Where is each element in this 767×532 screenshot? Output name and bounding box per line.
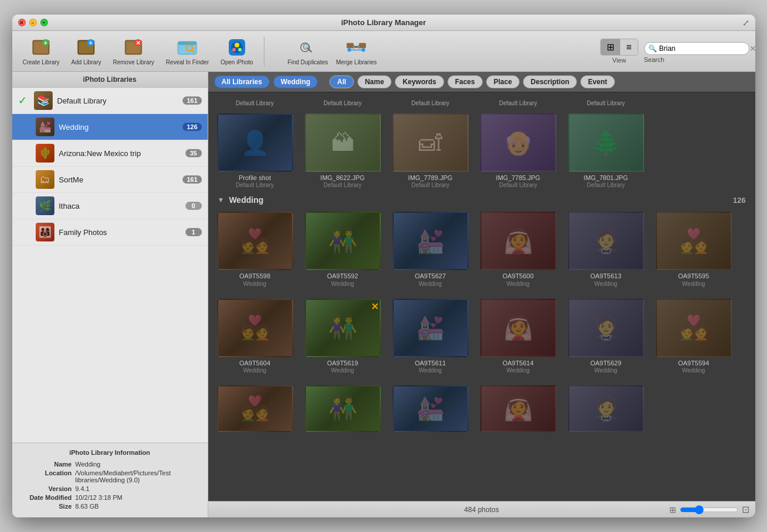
sidebar-item-default-library[interactable]: ✓ 📚 Default Library 161 (12, 88, 208, 114)
photo-img7801[interactable]: 🌲 IMG_7801.JPG Default Library (565, 113, 647, 188)
photo-oa9t5592[interactable]: 👫 OA9T5592 Wedding (302, 212, 384, 286)
photo-oa9t5611[interactable]: 💒 OA9T5611 Wedding (390, 299, 472, 374)
filter-event[interactable]: Event (580, 75, 615, 88)
create-library-icon: + (30, 37, 51, 58)
add-library-icon: + (75, 37, 97, 58)
library-info: iPhoto Library Information Name Wedding … (12, 443, 208, 517)
photo-oa9t5604[interactable]: 💑 OA9T5604 Wedding (214, 299, 296, 374)
grid-view-button[interactable]: ⊞ (601, 39, 620, 55)
expand-icon[interactable]: ⤢ (742, 18, 749, 27)
main-layout: iPhoto Libraries ✓ 📚 Default Library 161… (12, 72, 755, 517)
photo-oa9t5629[interactable]: 🤵 OA9T5629 Wedding (565, 299, 647, 374)
photo-oa9t5598[interactable]: 💑 OA9T5598 Wedding (214, 212, 296, 286)
photo-oa9t5613[interactable]: 🤵 OA9T5613 Wedding (565, 212, 647, 286)
oa9t5595-thumb: 💑 (656, 212, 732, 270)
info-version-value: 9.4.1 (75, 485, 201, 492)
sidebar-item-wedding[interactable]: 💒 Wedding 126 (12, 114, 208, 140)
search-clear-icon[interactable]: ✕ (749, 44, 755, 53)
merge-libraries-button[interactable]: Merge Libraries (336, 37, 377, 65)
oa9t5600-name: OA9T5600 (503, 272, 534, 280)
sidebar-item-ithaca[interactable]: 🌿 Ithaca 0 (12, 193, 208, 219)
close-button[interactable]: ✕ (18, 19, 26, 26)
photo-w3-3[interactable]: 💒 (390, 385, 472, 432)
list-view-button[interactable]: ≡ (620, 39, 637, 55)
filter-all[interactable]: All (329, 75, 353, 88)
photo-w3-4[interactable]: 👰 (477, 385, 559, 432)
family-photos-name: Family Photos (59, 228, 185, 237)
search-box[interactable]: 🔍 Brian ✕ (644, 42, 749, 55)
remove-library-button[interactable]: ✕ Remove Library (108, 34, 159, 68)
info-location-value: /Volumes/Mediabert/Pictures/Test librari… (75, 469, 201, 483)
sortme-name: SortMe (59, 175, 183, 184)
minimize-button[interactable]: − (29, 19, 37, 26)
filter-wedding[interactable]: Wedding (273, 75, 318, 88)
ithaca-count: 0 (185, 202, 202, 210)
img7785-thumb: 👴 (480, 113, 556, 172)
oa9t5629-thumb: 🤵 (568, 299, 644, 357)
filter-faces[interactable]: Faces (448, 75, 483, 88)
photo-oa9t5614[interactable]: 👰 OA9T5614 Wedding (477, 299, 559, 374)
titlebar: ✕ − + iPhoto Library Manager ⤢ (12, 15, 755, 31)
oa9t5598-thumb: 💑 (217, 212, 293, 270)
photo-count: 484 photos (464, 506, 498, 514)
oa9t5604-source: Wedding (243, 367, 266, 374)
photo-img7789[interactable]: 🛋 IMG_7789.JPG Default Library (390, 113, 472, 188)
img7801-source: Default Library (587, 182, 625, 188)
window-title: iPhoto Library Manager (341, 18, 426, 27)
fullscreen-icon[interactable]: ⊡ (742, 504, 749, 515)
oa9t5629-source: Wedding (594, 367, 617, 374)
default-library-count: 161 (183, 96, 201, 105)
filter-keywords[interactable]: Keywords (395, 75, 443, 88)
size-slider[interactable] (680, 505, 738, 514)
oa9t5594-thumb: 💑 (656, 299, 732, 357)
open-iphoto-button[interactable]: Open iPhoto (216, 34, 258, 68)
find-duplicates-button[interactable]: 🔍 Find Duplicates (288, 37, 328, 65)
maximize-button[interactable]: + (40, 19, 48, 26)
default-library-row: Default Library Default Library Default … (214, 97, 749, 188)
oa9t5619-thumb: 👫 ✕ (305, 299, 381, 357)
svg-point-18 (235, 43, 239, 47)
photo-oa9t5594[interactable]: 💑 OA9T5594 Wedding (653, 299, 735, 374)
oa9t5627-name: OA9T5627 (415, 272, 446, 280)
library-info-title: iPhoto Library Information (19, 449, 201, 456)
filter-name[interactable]: Name (357, 75, 392, 88)
svg-rect-26 (359, 43, 366, 49)
create-library-button[interactable]: + Create Library (18, 34, 64, 68)
reveal-in-finder-button[interactable]: Reveal In Finder (161, 34, 214, 68)
sidebar-item-family-photos[interactable]: 👨‍👩‍👧 Family Photos 1 (12, 219, 208, 246)
wedding-section-count: 126 (733, 196, 746, 205)
add-library-button[interactable]: + Add Library (67, 34, 106, 68)
photo-w3-2[interactable]: 👫 (302, 385, 384, 432)
wedding-row-3: 💑 👫 💒 👰 (214, 385, 749, 432)
photo-profile-shot[interactable]: 👤 Profile shot Default Library (214, 113, 296, 188)
photo-w3-5[interactable]: 🤵 (565, 385, 647, 432)
profile-shot-name: Profile shot (239, 174, 271, 182)
search-icon: 🔍 (648, 44, 657, 53)
photo-oa9t5595[interactable]: 💑 OA9T5595 Wedding (653, 212, 735, 286)
main-window: ✕ − + iPhoto Library Manager ⤢ + Create … (12, 15, 755, 517)
oa9t5619-source: Wedding (331, 367, 354, 374)
oa9t5613-source: Wedding (594, 281, 617, 287)
search-input[interactable]: Brian (659, 44, 747, 53)
filter-all-libraries[interactable]: All Libraries (214, 75, 270, 88)
svg-point-28 (362, 49, 365, 52)
sidebar-item-arizona[interactable]: 🌵 Arizona:New Mexico trip 35 (12, 140, 208, 167)
merge-libraries-label: Merge Libraries (336, 59, 377, 65)
info-name-row: Name Wedding (19, 461, 201, 468)
wedding-section-title: Wedding (229, 195, 263, 205)
photo-oa9t5600[interactable]: 👰 OA9T5600 Wedding (477, 212, 559, 286)
sidebar-item-sortme[interactable]: 🗂 SortMe 161 (12, 167, 208, 193)
toolbar: + Create Library + Add Library (12, 31, 755, 72)
photo-oa9t5627[interactable]: 💒 OA9T5627 Wedding (390, 212, 472, 286)
oa9t5611-source: Wedding (419, 367, 442, 374)
photo-oa9t5619[interactable]: 👫 ✕ OA9T5619 Wedding (302, 299, 384, 374)
info-size-label: Size (19, 503, 72, 510)
filter-description[interactable]: Description (523, 75, 577, 88)
photo-img8622[interactable]: 🏔 IMG_8622.JPG Default Library (302, 113, 384, 188)
sidebar-list: ✓ 📚 Default Library 161 💒 Wedding 126 🌵 (12, 88, 208, 443)
photo-w3-1[interactable]: 💑 (214, 385, 296, 432)
filter-place[interactable]: Place (486, 75, 520, 88)
img8622-thumb: 🏔 (305, 113, 381, 172)
photo-img7785[interactable]: 👴 IMG_7785.JPG Default Library (477, 113, 559, 188)
create-library-label: Create Library (23, 59, 60, 65)
